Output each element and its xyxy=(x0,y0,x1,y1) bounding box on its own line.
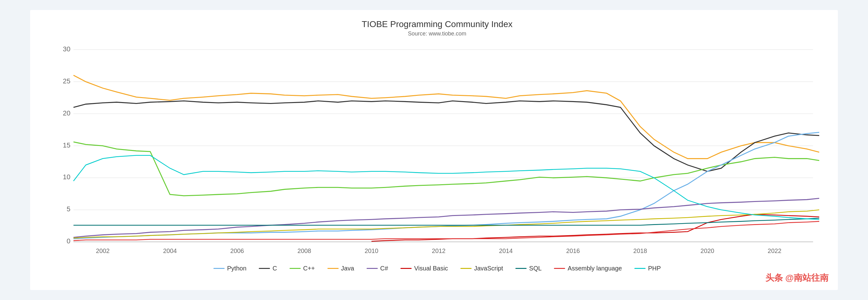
svg-text:2014: 2014 xyxy=(499,247,513,254)
c-line xyxy=(74,101,819,171)
legend-cpp-label: C++ xyxy=(303,265,315,272)
csharp-line xyxy=(74,198,819,238)
svg-text:2010: 2010 xyxy=(365,247,378,254)
legend-asm-label: Assembly language xyxy=(567,265,622,272)
legend-sql: SQL xyxy=(516,265,541,272)
legend-vb: Visual Basic xyxy=(400,265,448,272)
svg-text:2016: 2016 xyxy=(566,247,580,254)
legend-python: Python xyxy=(213,265,246,272)
legend-python-line xyxy=(213,268,225,269)
legend-java: Java xyxy=(328,265,354,272)
svg-text:20: 20 xyxy=(63,109,70,117)
legend-js-line xyxy=(460,268,472,269)
legend-sql-line xyxy=(516,268,527,269)
sql-line xyxy=(74,218,819,225)
svg-text:2006: 2006 xyxy=(230,247,244,254)
svg-text:2008: 2008 xyxy=(297,247,311,254)
svg-text:2020: 2020 xyxy=(701,247,714,254)
svg-text:2004: 2004 xyxy=(163,247,177,254)
legend-vb-label: Visual Basic xyxy=(414,265,448,272)
legend-java-line xyxy=(328,268,339,269)
legend-js-label: JavaScript xyxy=(474,265,503,272)
legend-asm: Assembly language xyxy=(554,265,622,272)
legend-csharp: C# xyxy=(367,265,388,272)
legend-c-line xyxy=(259,268,270,269)
cpp-line xyxy=(74,142,819,196)
svg-text:2022: 2022 xyxy=(768,247,781,254)
asm-line xyxy=(74,221,819,241)
chart-legend: Python C C++ Java C# Visual Basic JavaSc… xyxy=(55,265,819,272)
legend-csharp-line xyxy=(367,268,378,269)
svg-text:2012: 2012 xyxy=(432,247,445,254)
legend-js: JavaScript xyxy=(460,265,503,272)
legend-sql-label: SQL xyxy=(529,265,541,272)
svg-text:2002: 2002 xyxy=(96,247,110,254)
legend-vb-line xyxy=(400,268,412,269)
legend-python-label: Python xyxy=(227,265,246,272)
svg-text:2018: 2018 xyxy=(633,247,647,254)
legend-cpp: C++ xyxy=(289,265,315,272)
chart-subtitle: Source: www.tiobe.com xyxy=(55,30,819,37)
svg-text:0: 0 xyxy=(66,237,70,245)
chart-container: TIOBE Programming Community Index Source… xyxy=(30,10,838,290)
legend-cpp-line xyxy=(289,268,301,269)
vb-line xyxy=(372,214,819,241)
legend-csharp-label: C# xyxy=(380,265,388,272)
svg-text:30: 30 xyxy=(63,45,70,53)
svg-text:15: 15 xyxy=(63,141,70,149)
svg-text:10: 10 xyxy=(63,173,70,181)
legend-c: C xyxy=(259,265,277,272)
legend-java-label: Java xyxy=(341,265,354,272)
watermark: 头条 @南站往南 xyxy=(766,272,829,284)
svg-text:5: 5 xyxy=(66,205,70,213)
legend-php-label: PHP xyxy=(648,265,661,272)
chart-svg: Ratings (%) 0 5 10 15 20 25 30 2002 xyxy=(55,43,819,261)
chart-title: TIOBE Programming Community Index xyxy=(55,19,819,29)
js-line xyxy=(74,210,819,238)
legend-c-label: C xyxy=(273,265,277,272)
legend-asm-line xyxy=(554,268,565,269)
chart-area: Ratings (%) 0 5 10 15 20 25 30 2002 xyxy=(55,43,819,261)
legend-php-line xyxy=(634,268,646,269)
legend-php: PHP xyxy=(634,265,661,272)
java-line xyxy=(74,75,819,159)
svg-text:25: 25 xyxy=(63,77,70,85)
